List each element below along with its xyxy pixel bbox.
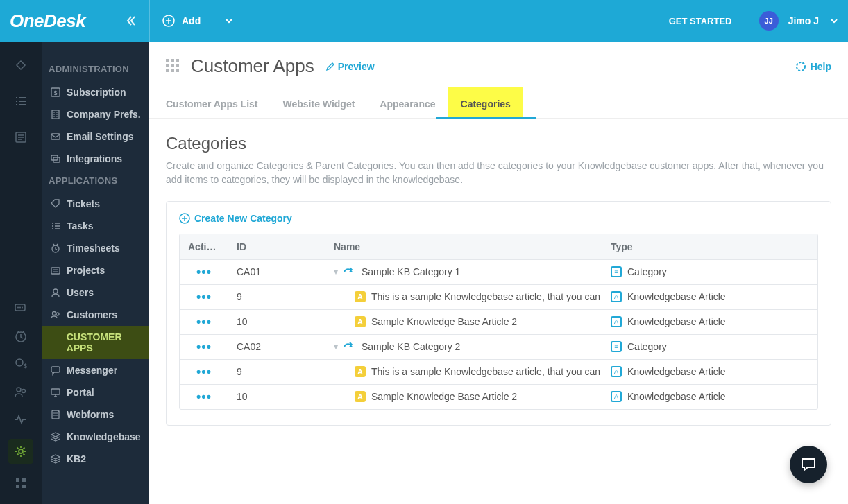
row-name-cell[interactable]: ASample Knowledge Base Article 2 [325, 391, 602, 402]
user-menu[interactable]: JJ Jimo J [749, 0, 848, 42]
sidebar-item[interactable]: Customers [49, 304, 149, 326]
row-type-cell: AKnowledgebase Article [602, 391, 817, 402]
section-description: Create and organize Categories & Parent … [166, 159, 831, 187]
sidebar-item[interactable]: Integrations [49, 148, 149, 170]
row-type: Knowledgebase Article [627, 366, 726, 377]
envelope-icon [49, 131, 62, 142]
pencil-icon [325, 62, 335, 71]
rail-tasks-icon[interactable] [12, 93, 29, 110]
tabs: Customer Apps ListWebsite WidgetAppearan… [149, 87, 848, 119]
row-actions-button[interactable]: ••• [196, 290, 212, 304]
row-name-cell[interactable]: ▾Sample KB Category 2 [325, 341, 602, 352]
avatar: JJ [759, 11, 779, 31]
sidebar-item[interactable]: KB2 [49, 448, 149, 470]
table-row: •••10ASample Knowledge Base Article 2AKn… [180, 384, 817, 409]
article-icon: A [355, 391, 366, 402]
sidebar-item-label: Webforms [67, 409, 114, 420]
table-row: •••CA01▾Sample KB Category 1≡Category [180, 259, 817, 284]
rail-users-icon[interactable] [12, 383, 29, 400]
row-name-cell[interactable]: AThis is a sample Knowledgebase article,… [325, 366, 602, 377]
sidebar-item[interactable]: Webforms [49, 403, 149, 426]
row-type: Knowledgebase Article [627, 316, 726, 327]
sidebar-item[interactable]: Projects [49, 259, 149, 281]
row-actions-button[interactable]: ••• [196, 340, 212, 354]
rail-money-icon[interactable]: $ [12, 356, 29, 372]
sidebar-item-label: Timesheets [67, 243, 120, 254]
rail-pin-icon[interactable] [12, 57, 29, 73]
row-type-cell: AKnowledgebase Article [602, 366, 817, 377]
sidebar-item-label: Subscription [67, 87, 126, 98]
sidebar-heading: ADMINISTRATION [49, 58, 149, 81]
row-name-cell[interactable]: ▾Sample KB Category 1 [325, 266, 602, 277]
type-icon: A [611, 291, 622, 302]
svg-rect-29 [52, 410, 59, 419]
create-category-button[interactable]: Create New Category [179, 213, 818, 224]
sidebar-item[interactable]: Portal [49, 381, 149, 403]
rail-settings-icon[interactable] [8, 439, 33, 464]
svg-rect-15 [22, 485, 26, 488]
sidebar-item-label: Customers [67, 309, 117, 320]
row-actions-button[interactable]: ••• [196, 390, 212, 404]
tab[interactable]: Appearance [380, 87, 435, 118]
categories-table: Actions ID Name Type •••CA01▾Sample KB C… [179, 234, 818, 410]
plus-circle-icon [162, 15, 175, 27]
help-icon [795, 61, 806, 72]
svg-point-26 [56, 313, 59, 315]
preview-link[interactable]: Preview [325, 61, 375, 72]
sidebar-item[interactable]: Tickets [49, 193, 149, 215]
chevrons-left-icon [126, 15, 137, 26]
chevron-down-icon [830, 17, 838, 25]
collapse-sidebar-button[interactable] [123, 12, 139, 29]
chat-icon [49, 365, 62, 376]
rail-clock-icon[interactable] [12, 328, 29, 345]
page-title: Customer Apps [191, 55, 314, 77]
chat-fab[interactable] [790, 446, 827, 483]
sidebar-item[interactable]: Tasks [49, 215, 149, 237]
row-name-cell[interactable]: ASample Knowledge Base Article 2 [325, 316, 602, 327]
list-icon [49, 220, 62, 232]
sidebar-item[interactable]: Knowledgebase [49, 426, 149, 448]
type-icon: ≡ [611, 341, 622, 352]
row-actions-button[interactable]: ••• [196, 315, 212, 329]
sidebar-item[interactable]: Email Settings [49, 125, 149, 148]
rail-activity-icon[interactable] [12, 411, 29, 428]
svg-point-9 [17, 388, 21, 392]
rail-forms-icon[interactable] [12, 129, 29, 146]
chevron-down-icon[interactable]: ▾ [334, 267, 338, 277]
help-link[interactable]: Help [795, 61, 831, 72]
col-id: ID [228, 241, 325, 252]
rail-chat-icon[interactable] [12, 300, 29, 317]
sidebar-item-label: Knowledgebase [67, 431, 141, 442]
row-actions-button[interactable]: ••• [196, 365, 212, 379]
users-icon [49, 309, 62, 320]
row-id: CA01 [228, 266, 325, 277]
svg-text:$: $ [24, 363, 27, 370]
grip-icon[interactable] [166, 59, 181, 74]
sidebar-item[interactable]: Messenger [49, 359, 149, 381]
sidebar-item[interactable]: Timesheets [49, 237, 149, 259]
get-started-button[interactable]: GET STARTED [652, 0, 749, 42]
sidebar-item[interactable]: Company Prefs. [49, 103, 149, 125]
tab[interactable]: Customer Apps List [166, 87, 258, 118]
form-icon [49, 409, 62, 420]
add-button[interactable]: Add [149, 0, 246, 42]
sidebar-item[interactable]: Users [49, 281, 149, 304]
monitor-icon [49, 387, 62, 398]
svg-point-5 [22, 307, 23, 309]
row-actions-button[interactable]: ••• [196, 265, 212, 279]
row-id: 9 [228, 291, 325, 302]
chevron-down-icon[interactable]: ▾ [334, 342, 338, 351]
logo-area: OneDesk [0, 10, 149, 32]
sidebar-item[interactable]: CUSTOMER APPS [42, 326, 149, 359]
tab[interactable]: Website Widget [283, 87, 355, 118]
row-name-cell[interactable]: AThis is a sample Knowledgebase article,… [325, 291, 602, 302]
building-icon [49, 109, 62, 120]
tag-icon [49, 198, 62, 209]
tab[interactable]: Categories [448, 87, 523, 118]
row-type-cell: ≡Category [602, 266, 817, 277]
row-name: Sample Knowledge Base Article 2 [371, 316, 517, 327]
sidebar-item-label: Company Prefs. [67, 109, 141, 120]
svg-point-24 [53, 289, 58, 293]
rail-apps-icon[interactable] [12, 475, 29, 492]
sidebar-item[interactable]: $Subscription [49, 81, 149, 103]
